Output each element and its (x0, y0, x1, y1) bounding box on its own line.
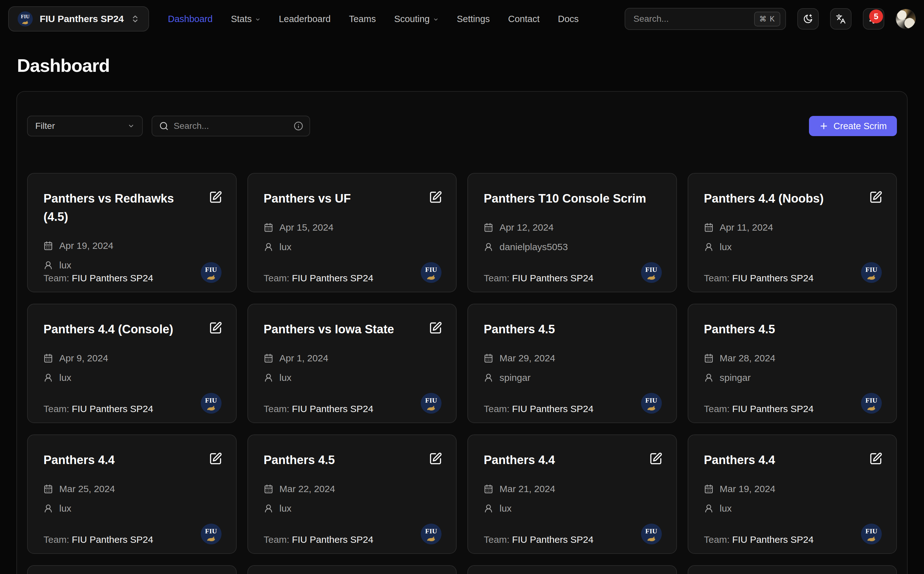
scrim-owner: spingar (499, 372, 531, 383)
scrim-card[interactable]: Panthers 4.4 Mar 25, 2024 lux Team:FIU P… (27, 434, 237, 554)
page-title: Dashboard (17, 55, 924, 76)
team-label: Team: (264, 404, 290, 414)
team-value: FIU Panthers SP24 (732, 534, 813, 545)
search-placeholder: Search... (174, 121, 209, 131)
scrim-card[interactable]: Panthers vs Redhawks (4.5) Apr 19, 2024 … (27, 173, 237, 292)
scrim-card[interactable]: Panthers 4.5 Mar 28, 2024 spingar Team:F… (688, 304, 897, 423)
scrim-owner: lux (280, 242, 292, 252)
scrim-date: Apr 1, 2024 (280, 353, 329, 364)
scrim-card[interactable]: Panthers 4.5 Mar 22, 2024 lux Team:FIU P… (247, 434, 457, 554)
nav-link-teams[interactable]: Teams (349, 14, 376, 24)
scrim-owner: lux (720, 503, 732, 514)
calendar-icon (44, 241, 53, 251)
team-value: FIU Panthers SP24 (512, 404, 594, 414)
scrim-card-partial (27, 565, 237, 574)
team-value: FIU Panthers SP24 (512, 273, 594, 283)
scrim-card[interactable]: Panthers 4.4 (Noobs) Apr 11, 2024 lux Te… (688, 173, 897, 292)
nav-link-docs[interactable]: Docs (558, 14, 579, 24)
scrim-title: Panthers 4.4 (484, 451, 562, 469)
nav-link-stats[interactable]: Stats (231, 14, 261, 24)
scrim-card-grid: Panthers vs Redhawks (4.5) Apr 19, 2024 … (27, 173, 897, 574)
chevron-down-icon (255, 17, 261, 22)
team-value: FIU Panthers SP24 (732, 273, 813, 283)
team-label: Team: (44, 273, 69, 283)
theme-toggle-button[interactable] (797, 8, 819, 30)
global-search-input[interactable]: Search... ⌘ K (625, 8, 786, 30)
scrim-owner: lux (59, 503, 71, 514)
scrim-card[interactable]: Panthers 4.4 (Console) Apr 9, 2024 lux T… (27, 304, 237, 423)
team-logo: FIU (201, 393, 221, 414)
edit-icon[interactable] (209, 321, 222, 334)
info-icon[interactable] (294, 121, 303, 131)
nav-link-scouting[interactable]: Scouting (394, 14, 439, 24)
team-logo: FIU (861, 262, 882, 283)
moon-star-icon (803, 14, 813, 24)
scrim-card[interactable]: Panthers 4.5 Mar 29, 2024 spingar Team:F… (468, 304, 677, 423)
scrim-card[interactable]: Panthers T10 Console Scrim Apr 12, 2024 … (468, 173, 677, 292)
team-logo: FIU (17, 11, 33, 27)
team-value: FIU Panthers SP24 (512, 534, 594, 545)
user-icon (704, 373, 714, 382)
nav-link-dashboard[interactable]: Dashboard (168, 14, 213, 24)
team-label: Team: (484, 273, 510, 283)
scrim-title: Panthers 4.5 (484, 320, 562, 338)
scrim-owner: spingar (720, 372, 751, 383)
edit-icon[interactable] (429, 321, 442, 334)
scrim-owner: lux (280, 503, 292, 514)
scrim-card[interactable]: Panthers vs UF Apr 15, 2024 lux Team:FIU… (247, 173, 457, 292)
team-value: FIU Panthers SP24 (72, 534, 153, 545)
team-label: Team: (44, 534, 69, 545)
scrim-card-partial (468, 565, 677, 574)
nav-link-leaderboard[interactable]: Leaderboard (279, 14, 330, 24)
scrim-title: Panthers 4.4 (44, 451, 122, 469)
team-value: FIU Panthers SP24 (732, 404, 813, 414)
edit-icon[interactable] (869, 191, 882, 204)
scrim-card[interactable]: Panthers 4.4 Mar 19, 2024 lux Team:FIU P… (688, 434, 897, 554)
scrim-title: Panthers 4.5 (264, 451, 343, 469)
user-avatar[interactable] (896, 9, 916, 29)
scrim-date: Mar 29, 2024 (499, 353, 555, 364)
edit-icon[interactable] (209, 452, 222, 465)
notifications-button[interactable]: 5 (863, 8, 884, 30)
scrim-card[interactable]: Panthers vs Iowa State Apr 1, 2024 lux T… (247, 304, 457, 423)
scrim-date: Apr 9, 2024 (59, 353, 108, 364)
create-scrim-button[interactable]: Create Scrim (809, 116, 897, 136)
user-icon (44, 504, 53, 513)
team-logo: FIU (421, 393, 442, 414)
language-button[interactable] (830, 8, 851, 30)
edit-icon[interactable] (429, 452, 442, 465)
scrim-owner: danielplays5053 (499, 242, 568, 252)
team-logo: FIU (641, 262, 662, 283)
team-label: Team: (264, 534, 290, 545)
scrim-date: Apr 12, 2024 (499, 222, 554, 233)
filter-select[interactable]: Filter (27, 116, 143, 136)
nav-link-contact[interactable]: Contact (508, 14, 540, 24)
notification-count-badge: 5 (869, 9, 883, 23)
user-icon (44, 260, 53, 270)
scrim-date: Apr 19, 2024 (59, 240, 114, 251)
edit-icon[interactable] (209, 191, 222, 204)
scrim-title: Panthers 4.4 (704, 451, 783, 469)
scrim-card[interactable]: Panthers 4.4 Mar 21, 2024 lux Team:FIU P… (468, 434, 677, 554)
calendar-icon (704, 223, 714, 232)
scrim-date: Mar 28, 2024 (720, 353, 776, 364)
team-value: FIU Panthers SP24 (72, 404, 153, 414)
top-nav: FIU FIU Panthers SP24 Dashboard Stats Le… (0, 0, 924, 38)
scrim-owner: lux (59, 372, 71, 383)
scrim-card-partial (688, 565, 897, 574)
nav-link-settings[interactable]: Settings (457, 14, 490, 24)
team-selector[interactable]: FIU FIU Panthers SP24 (8, 6, 149, 32)
user-icon (484, 373, 493, 382)
calendar-icon (484, 484, 493, 494)
team-logo: FIU (421, 524, 442, 544)
team-label: Team: (44, 404, 69, 414)
team-selector-label: FIU Panthers SP24 (40, 14, 124, 24)
edit-icon[interactable] (429, 191, 442, 204)
scrim-date: Mar 21, 2024 (499, 484, 555, 494)
calendar-icon (704, 353, 714, 363)
team-value: FIU Panthers SP24 (292, 273, 373, 283)
edit-icon[interactable] (649, 452, 662, 465)
edit-icon[interactable] (869, 452, 882, 465)
scrim-search-input[interactable]: Search... (152, 116, 310, 136)
team-label: Team: (704, 534, 730, 545)
